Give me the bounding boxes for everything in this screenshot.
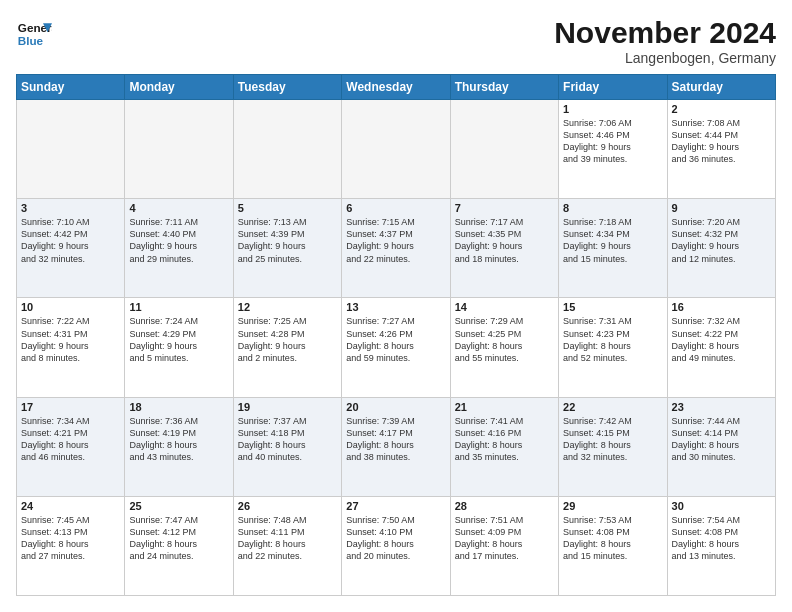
day-info: Sunrise: 7:39 AM Sunset: 4:17 PM Dayligh…	[346, 415, 445, 464]
svg-text:Blue: Blue	[18, 34, 44, 47]
day-info: Sunrise: 7:17 AM Sunset: 4:35 PM Dayligh…	[455, 216, 554, 265]
day-number: 10	[21, 301, 120, 313]
day-number: 2	[672, 103, 771, 115]
day-info: Sunrise: 7:53 AM Sunset: 4:08 PM Dayligh…	[563, 514, 662, 563]
table-row: 25Sunrise: 7:47 AM Sunset: 4:12 PM Dayli…	[125, 496, 233, 595]
day-number: 19	[238, 401, 337, 413]
table-row: 19Sunrise: 7:37 AM Sunset: 4:18 PM Dayli…	[233, 397, 341, 496]
day-info: Sunrise: 7:13 AM Sunset: 4:39 PM Dayligh…	[238, 216, 337, 265]
day-info: Sunrise: 7:32 AM Sunset: 4:22 PM Dayligh…	[672, 315, 771, 364]
calendar-week-row: 3Sunrise: 7:10 AM Sunset: 4:42 PM Daylig…	[17, 199, 776, 298]
table-row: 24Sunrise: 7:45 AM Sunset: 4:13 PM Dayli…	[17, 496, 125, 595]
day-number: 30	[672, 500, 771, 512]
day-number: 20	[346, 401, 445, 413]
day-info: Sunrise: 7:34 AM Sunset: 4:21 PM Dayligh…	[21, 415, 120, 464]
page: General Blue November 2024 Langenbogen, …	[0, 0, 792, 612]
table-row: 22Sunrise: 7:42 AM Sunset: 4:15 PM Dayli…	[559, 397, 667, 496]
table-row: 30Sunrise: 7:54 AM Sunset: 4:08 PM Dayli…	[667, 496, 775, 595]
header: General Blue November 2024 Langenbogen, …	[16, 16, 776, 66]
day-number: 18	[129, 401, 228, 413]
table-row: 18Sunrise: 7:36 AM Sunset: 4:19 PM Dayli…	[125, 397, 233, 496]
day-number: 4	[129, 202, 228, 214]
col-tuesday: Tuesday	[233, 75, 341, 100]
day-number: 14	[455, 301, 554, 313]
col-wednesday: Wednesday	[342, 75, 450, 100]
day-number: 27	[346, 500, 445, 512]
day-info: Sunrise: 7:44 AM Sunset: 4:14 PM Dayligh…	[672, 415, 771, 464]
day-number: 6	[346, 202, 445, 214]
day-info: Sunrise: 7:18 AM Sunset: 4:34 PM Dayligh…	[563, 216, 662, 265]
day-info: Sunrise: 7:51 AM Sunset: 4:09 PM Dayligh…	[455, 514, 554, 563]
table-row: 17Sunrise: 7:34 AM Sunset: 4:21 PM Dayli…	[17, 397, 125, 496]
day-info: Sunrise: 7:47 AM Sunset: 4:12 PM Dayligh…	[129, 514, 228, 563]
day-number: 3	[21, 202, 120, 214]
table-row: 20Sunrise: 7:39 AM Sunset: 4:17 PM Dayli…	[342, 397, 450, 496]
day-number: 26	[238, 500, 337, 512]
day-info: Sunrise: 7:06 AM Sunset: 4:46 PM Dayligh…	[563, 117, 662, 166]
day-number: 28	[455, 500, 554, 512]
day-info: Sunrise: 7:48 AM Sunset: 4:11 PM Dayligh…	[238, 514, 337, 563]
table-row: 8Sunrise: 7:18 AM Sunset: 4:34 PM Daylig…	[559, 199, 667, 298]
day-info: Sunrise: 7:54 AM Sunset: 4:08 PM Dayligh…	[672, 514, 771, 563]
calendar-week-row: 24Sunrise: 7:45 AM Sunset: 4:13 PM Dayli…	[17, 496, 776, 595]
table-row: 3Sunrise: 7:10 AM Sunset: 4:42 PM Daylig…	[17, 199, 125, 298]
day-info: Sunrise: 7:36 AM Sunset: 4:19 PM Dayligh…	[129, 415, 228, 464]
day-number: 29	[563, 500, 662, 512]
day-number: 21	[455, 401, 554, 413]
day-info: Sunrise: 7:50 AM Sunset: 4:10 PM Dayligh…	[346, 514, 445, 563]
table-row: 16Sunrise: 7:32 AM Sunset: 4:22 PM Dayli…	[667, 298, 775, 397]
day-info: Sunrise: 7:20 AM Sunset: 4:32 PM Dayligh…	[672, 216, 771, 265]
table-row: 1Sunrise: 7:06 AM Sunset: 4:46 PM Daylig…	[559, 100, 667, 199]
day-number: 24	[21, 500, 120, 512]
day-info: Sunrise: 7:22 AM Sunset: 4:31 PM Dayligh…	[21, 315, 120, 364]
day-number: 15	[563, 301, 662, 313]
day-info: Sunrise: 7:11 AM Sunset: 4:40 PM Dayligh…	[129, 216, 228, 265]
day-number: 22	[563, 401, 662, 413]
day-number: 7	[455, 202, 554, 214]
title-block: November 2024 Langenbogen, Germany	[554, 16, 776, 66]
day-info: Sunrise: 7:45 AM Sunset: 4:13 PM Dayligh…	[21, 514, 120, 563]
col-friday: Friday	[559, 75, 667, 100]
table-row: 7Sunrise: 7:17 AM Sunset: 4:35 PM Daylig…	[450, 199, 558, 298]
col-monday: Monday	[125, 75, 233, 100]
day-number: 25	[129, 500, 228, 512]
table-row: 29Sunrise: 7:53 AM Sunset: 4:08 PM Dayli…	[559, 496, 667, 595]
table-row: 15Sunrise: 7:31 AM Sunset: 4:23 PM Dayli…	[559, 298, 667, 397]
table-row: 13Sunrise: 7:27 AM Sunset: 4:26 PM Dayli…	[342, 298, 450, 397]
table-row	[233, 100, 341, 199]
table-row	[342, 100, 450, 199]
day-info: Sunrise: 7:31 AM Sunset: 4:23 PM Dayligh…	[563, 315, 662, 364]
col-thursday: Thursday	[450, 75, 558, 100]
table-row: 6Sunrise: 7:15 AM Sunset: 4:37 PM Daylig…	[342, 199, 450, 298]
calendar-header-row: Sunday Monday Tuesday Wednesday Thursday…	[17, 75, 776, 100]
col-sunday: Sunday	[17, 75, 125, 100]
table-row: 21Sunrise: 7:41 AM Sunset: 4:16 PM Dayli…	[450, 397, 558, 496]
calendar-table: Sunday Monday Tuesday Wednesday Thursday…	[16, 74, 776, 596]
table-row: 2Sunrise: 7:08 AM Sunset: 4:44 PM Daylig…	[667, 100, 775, 199]
calendar-week-row: 1Sunrise: 7:06 AM Sunset: 4:46 PM Daylig…	[17, 100, 776, 199]
day-info: Sunrise: 7:29 AM Sunset: 4:25 PM Dayligh…	[455, 315, 554, 364]
location: Langenbogen, Germany	[554, 50, 776, 66]
day-number: 8	[563, 202, 662, 214]
table-row	[125, 100, 233, 199]
day-number: 23	[672, 401, 771, 413]
day-info: Sunrise: 7:41 AM Sunset: 4:16 PM Dayligh…	[455, 415, 554, 464]
table-row: 12Sunrise: 7:25 AM Sunset: 4:28 PM Dayli…	[233, 298, 341, 397]
calendar-week-row: 17Sunrise: 7:34 AM Sunset: 4:21 PM Dayli…	[17, 397, 776, 496]
day-number: 11	[129, 301, 228, 313]
table-row: 14Sunrise: 7:29 AM Sunset: 4:25 PM Dayli…	[450, 298, 558, 397]
table-row: 10Sunrise: 7:22 AM Sunset: 4:31 PM Dayli…	[17, 298, 125, 397]
day-info: Sunrise: 7:10 AM Sunset: 4:42 PM Dayligh…	[21, 216, 120, 265]
calendar-week-row: 10Sunrise: 7:22 AM Sunset: 4:31 PM Dayli…	[17, 298, 776, 397]
day-number: 5	[238, 202, 337, 214]
day-info: Sunrise: 7:24 AM Sunset: 4:29 PM Dayligh…	[129, 315, 228, 364]
day-number: 9	[672, 202, 771, 214]
table-row: 28Sunrise: 7:51 AM Sunset: 4:09 PM Dayli…	[450, 496, 558, 595]
day-info: Sunrise: 7:27 AM Sunset: 4:26 PM Dayligh…	[346, 315, 445, 364]
table-row	[450, 100, 558, 199]
table-row: 11Sunrise: 7:24 AM Sunset: 4:29 PM Dayli…	[125, 298, 233, 397]
day-number: 16	[672, 301, 771, 313]
day-number: 13	[346, 301, 445, 313]
table-row: 26Sunrise: 7:48 AM Sunset: 4:11 PM Dayli…	[233, 496, 341, 595]
logo: General Blue	[16, 16, 52, 52]
